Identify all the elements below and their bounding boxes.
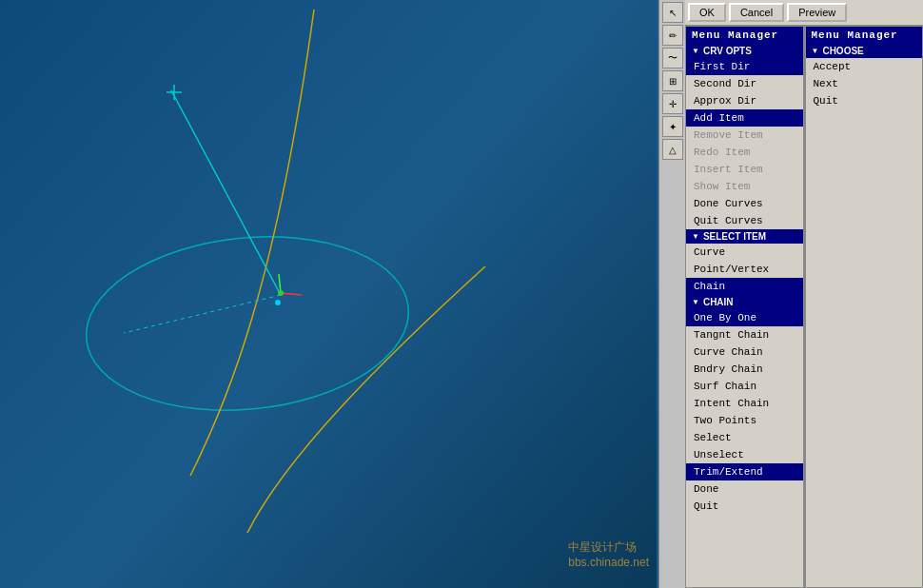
tool-star[interactable]: ✦ xyxy=(662,116,683,137)
menu-item-quit-curves[interactable]: Quit Curves xyxy=(686,212,803,229)
menu-manager-2-title: Menu Manager xyxy=(806,27,923,44)
ok-button[interactable]: OK xyxy=(688,3,726,22)
menu-item-approx-dir[interactable]: Approx Dir xyxy=(686,92,803,109)
chain-header: CHAIN xyxy=(686,295,803,309)
menu-manager-1: Menu Manager CRV OPTS First Dir Second D… xyxy=(685,26,804,588)
menu-item-insert-item: Insert Item xyxy=(686,161,803,178)
menu-item-add-item[interactable]: Add Item xyxy=(686,109,803,127)
menu-item-done-curves[interactable]: Done Curves xyxy=(686,195,803,212)
menu-item-one-by-one[interactable]: One By One xyxy=(686,309,803,326)
menu-item-point-vertex[interactable]: Point/Vertex xyxy=(686,261,803,278)
menu-item-intent-chain[interactable]: Intent Chain xyxy=(686,395,803,412)
menu-item-remove-item: Remove Item xyxy=(686,127,803,144)
menu-item-curve[interactable]: Curve xyxy=(686,244,803,261)
preview-button[interactable]: Preview xyxy=(787,3,847,22)
menu-item-next[interactable]: Next xyxy=(806,75,923,92)
menu-item-unselect[interactable]: Unselect xyxy=(686,446,803,463)
menu-item-curve-chain[interactable]: Curve Chain xyxy=(686,343,803,361)
menu-item-surf-chain[interactable]: Surf Chain xyxy=(686,378,803,395)
tool-grid[interactable]: ⊞ xyxy=(662,70,683,91)
tool-triangle[interactable]: △ xyxy=(662,139,683,160)
menu-manager-2: Menu Manager CHOOSE Accept Next Quit xyxy=(804,26,924,588)
menu-item-show-item: Show Item xyxy=(686,178,803,195)
tool-pencil[interactable]: ✏ xyxy=(662,25,683,46)
right-toolbar: ↖ ✏ 〜 ⊞ ✛ ✦ △ xyxy=(658,0,685,588)
menu-item-second-dir[interactable]: Second Dir xyxy=(686,75,803,92)
menu-item-two-points[interactable]: Two Points xyxy=(686,412,803,429)
menu-item-chain[interactable]: Chain xyxy=(686,278,803,295)
viewport[interactable]: 中星设计广场bbs.chinade.net xyxy=(0,0,658,588)
tool-cross[interactable]: ✛ xyxy=(662,93,683,114)
menu-item-redo-item: Redo Item xyxy=(686,144,803,161)
crv-opts-header: CRV OPTS xyxy=(686,44,803,58)
menu-item-quit-choose[interactable]: Quit xyxy=(806,92,923,109)
menu-item-bndry-chain[interactable]: Bndry Chain xyxy=(686,361,803,378)
menu-item-trim-extend[interactable]: Trim/Extend xyxy=(686,463,803,480)
select-item-header: SELECT ITEM xyxy=(686,229,803,244)
menu-item-done[interactable]: Done xyxy=(686,480,803,498)
menu-item-quit[interactable]: Quit xyxy=(686,498,803,515)
tool-wave[interactable]: 〜 xyxy=(662,48,683,69)
cancel-button[interactable]: Cancel xyxy=(729,3,784,22)
menu-manager-1-title: Menu Manager xyxy=(686,27,803,44)
menu-item-select[interactable]: Select xyxy=(686,429,803,446)
tool-select[interactable]: ↖ xyxy=(662,2,683,23)
choose-header: CHOOSE xyxy=(806,44,923,58)
menu-item-first-dir[interactable]: First Dir xyxy=(686,58,803,75)
top-bar: OK Cancel Preview xyxy=(685,0,923,26)
menu-item-tangnt-chain[interactable]: Tangnt Chain xyxy=(686,326,803,343)
menu-item-accept[interactable]: Accept xyxy=(806,58,923,75)
